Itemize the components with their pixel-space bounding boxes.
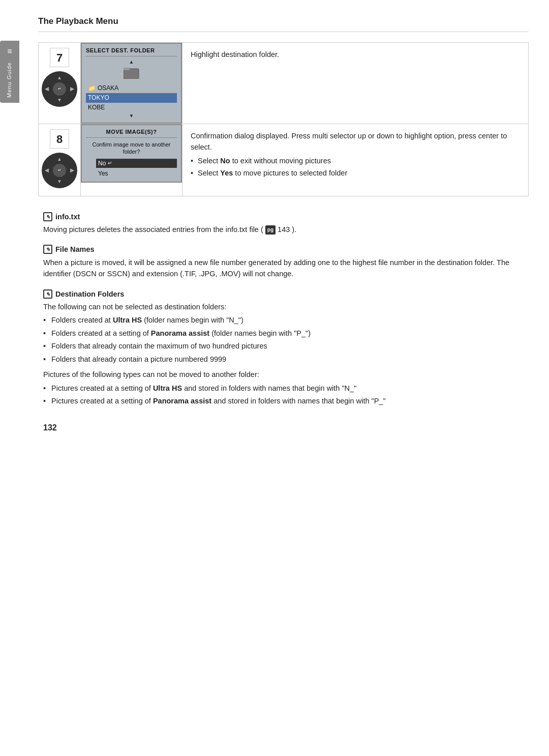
step-8-screen-cell: MOVE IMAGE(S)? Confirm image move to ano… bbox=[81, 124, 182, 196]
folder-icon-osaka: 📁 bbox=[88, 84, 96, 93]
note-filenames-body: When a picture is moved, it will be assi… bbox=[43, 257, 524, 280]
page-number: 132 bbox=[43, 423, 57, 432]
step-8-dialog-text: Confirm image move to another folder? bbox=[86, 141, 177, 156]
step-number-cell: 7 ▲ ▼ ◀ ▶ ↵ bbox=[39, 42, 81, 124]
table-row-8: 8 ▲ ▼ ◀ ▶ ↵ MOVE IMAGE(S)? bbox=[39, 124, 529, 196]
sidebar-label: Menu Guide bbox=[6, 62, 13, 98]
note-destfolders-heading: ✎ Destination Folders bbox=[43, 289, 524, 299]
option-yes: Yes bbox=[96, 169, 177, 179]
bold-ultrahs-1: Ultra HS bbox=[113, 316, 142, 324]
option-yes-label: Yes bbox=[98, 169, 108, 178]
step-8-number: 8 bbox=[50, 129, 69, 149]
bullet-yes: Select Yes to move pictures to selected … bbox=[191, 167, 520, 179]
note-destfolders-second-bullets: Pictures created at a setting of Ultra H… bbox=[43, 383, 524, 407]
note-destfolders-body: The following can not be selected as des… bbox=[43, 301, 524, 407]
bold-yes: Yes bbox=[220, 169, 233, 177]
step-8-dialog: MOVE IMAGE(S)? Confirm image move to ano… bbox=[81, 124, 182, 183]
note-icon-infotxt: ✎ bbox=[43, 212, 52, 221]
step-7-description: Highlight destination folder. bbox=[182, 42, 529, 124]
dpad-8-left: ◀ bbox=[45, 167, 49, 174]
folder-kobe: KOBE bbox=[86, 103, 177, 112]
dest-bullet-1: Folders created at Ultra HS (folder name… bbox=[43, 314, 524, 326]
note-infotxt-heading: ✎ info.txt bbox=[43, 212, 524, 222]
dpad-7: ▲ ▼ ◀ ▶ ↵ bbox=[42, 71, 77, 107]
step-8-desc-intro: Confirmation dialog displayed. Press mul… bbox=[191, 132, 507, 151]
note-destfolders: ✎ Destination Folders The following can … bbox=[43, 289, 524, 407]
step-7-desc-text: Highlight destination folder. bbox=[191, 50, 279, 59]
note-icon-destfolders: ✎ bbox=[43, 289, 52, 299]
folder-icon-container bbox=[86, 66, 177, 81]
step-8-number-cell: 8 ▲ ▼ ◀ ▶ ↵ bbox=[39, 124, 81, 196]
note-filenames-title: File Names bbox=[55, 244, 95, 254]
step-8-options: No ↵ Yes bbox=[86, 159, 177, 179]
option-no-label: No bbox=[98, 159, 106, 168]
note-filenames: ✎ File Names When a picture is moved, it… bbox=[43, 244, 524, 279]
bold-panorama-1: Panorama assist bbox=[151, 329, 209, 337]
sidebar-tab: ≡ Menu Guide bbox=[0, 41, 19, 103]
step-7-screen: SELECT DEST. FOLDER ▲ 📁 bbox=[81, 43, 182, 124]
step-7-screen-cell: SELECT DEST. FOLDER ▲ 📁 bbox=[81, 42, 182, 124]
step-8-screen-title: MOVE IMAGE(S)? bbox=[86, 128, 177, 138]
page-title: The Playback Menu bbox=[38, 15, 529, 32]
step-8-description: Confirmation dialog displayed. Press mul… bbox=[182, 124, 529, 196]
note-infotxt-text-after: ). bbox=[292, 225, 296, 234]
note-destfolders-bullets: Folders created at Ultra HS (folder name… bbox=[43, 314, 524, 365]
dpad-8: ▲ ▼ ◀ ▶ ↵ bbox=[42, 153, 77, 188]
note-infotxt-ref-num: 143 bbox=[278, 225, 290, 234]
folder-osaka: 📁 OSAKA bbox=[86, 83, 177, 93]
dest-bullet-3: Folders that already contain the maximum… bbox=[43, 340, 524, 352]
dpad-8-up: ▲ bbox=[57, 156, 62, 163]
bold-ultrahs-2: Ultra HS bbox=[153, 384, 182, 392]
note-infotxt-title: info.txt bbox=[55, 212, 80, 222]
dest-bullet-2: Folders created at a setting of Panorama… bbox=[43, 328, 524, 339]
folder-icon bbox=[124, 66, 140, 79]
dest-bullet-4: Folders that already contain a picture n… bbox=[43, 354, 524, 365]
page-footer: 132 bbox=[38, 422, 529, 433]
dest-bullet-6: Pictures created at a setting of Panoram… bbox=[43, 395, 524, 406]
note-infotxt: ✎ info.txt Moving pictures deletes the a… bbox=[43, 212, 524, 236]
notes-section: ✎ info.txt Moving pictures deletes the a… bbox=[38, 212, 529, 407]
step-7-scroll-down: ▼ bbox=[86, 112, 177, 120]
dest-bullet-5: Pictures created at a setting of Ultra H… bbox=[43, 383, 524, 394]
note-icon-filenames: ✎ bbox=[43, 245, 52, 254]
dpad-right-arrow: ▶ bbox=[70, 85, 74, 93]
menu-icon: ≡ bbox=[7, 46, 12, 57]
dpad-down-arrow: ▼ bbox=[57, 97, 62, 104]
bullet-no: Select No to exit without moving picture… bbox=[191, 155, 520, 166]
step-7-scroll-up: ▲ bbox=[86, 59, 177, 66]
ref-icon-143: pg bbox=[265, 225, 276, 235]
note-filenames-heading: ✎ File Names bbox=[43, 244, 524, 254]
bold-panorama-2: Panorama assist bbox=[153, 397, 211, 405]
svg-rect-1 bbox=[124, 68, 130, 70]
dpad-8-down: ▼ bbox=[57, 178, 62, 185]
note-infotxt-body: Moving pictures deletes the associated e… bbox=[43, 224, 524, 235]
note-destfolders-second-intro: Pictures of the following types can not … bbox=[43, 369, 524, 380]
cursor-icon: ↵ bbox=[108, 160, 112, 167]
option-no: No ↵ bbox=[96, 159, 177, 168]
folder-tokyo: TOKYO bbox=[86, 93, 177, 103]
dpad-8-circle: ▲ ▼ ◀ ▶ ↵ bbox=[42, 153, 77, 188]
step-7-screen-title: SELECT DEST. FOLDER bbox=[86, 47, 177, 56]
table-row: 7 ▲ ▼ ◀ ▶ ↵ SELECT DEST. FOLDE bbox=[39, 42, 529, 124]
dpad-8-center[interactable]: ↵ bbox=[53, 164, 66, 177]
main-content: The Playback Menu 7 ▲ ▼ ◀ ▶ ↵ bbox=[28, 0, 549, 454]
note-destfolders-title: Destination Folders bbox=[55, 289, 124, 299]
dpad-circle: ▲ ▼ ◀ ▶ ↵ bbox=[42, 71, 77, 107]
dpad-left-arrow: ◀ bbox=[45, 85, 49, 93]
dpad-8-right: ▶ bbox=[70, 167, 74, 174]
note-infotxt-text-before: Moving pictures deletes the associated e… bbox=[43, 225, 263, 234]
note-destfolders-intro: The following can not be selected as des… bbox=[43, 301, 524, 312]
step-7-number: 7 bbox=[50, 48, 69, 67]
step-8-bullets: Select No to exit without moving picture… bbox=[191, 155, 520, 179]
dpad-up-arrow: ▲ bbox=[57, 74, 62, 81]
bold-no: No bbox=[220, 157, 230, 165]
steps-table: 7 ▲ ▼ ◀ ▶ ↵ SELECT DEST. FOLDE bbox=[38, 42, 529, 196]
dpad-center-button[interactable]: ↵ bbox=[53, 82, 66, 96]
step-7-folder-list: 📁 OSAKA TOKYO KOBE bbox=[86, 83, 177, 112]
